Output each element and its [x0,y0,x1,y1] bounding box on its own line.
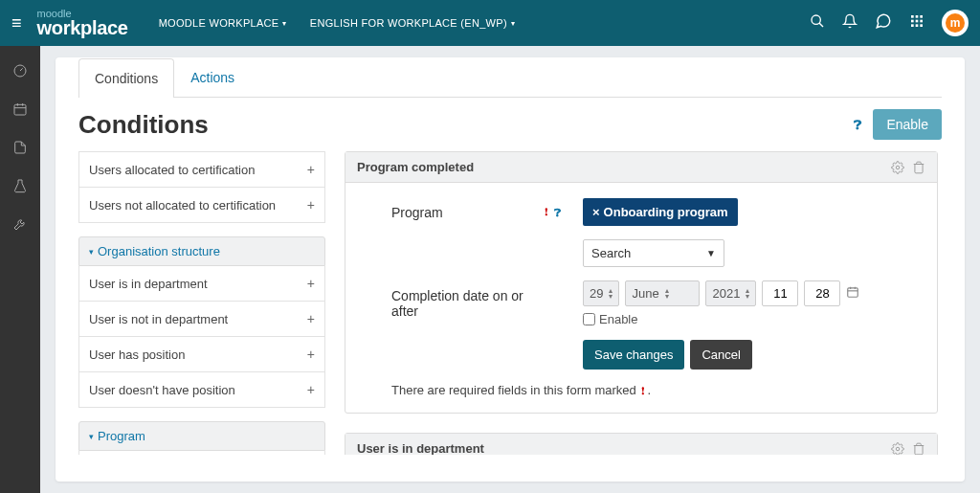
cond-user-in-dept[interactable]: User is in department+ [78,266,325,302]
svg-line-1 [819,23,823,27]
add-icon: + [307,347,315,362]
chevron-down-icon: ▼ [706,248,716,258]
date-enable-checkbox[interactable] [583,313,595,325]
help-icon[interactable]: ❓︎ [854,117,861,133]
sidebar-item-file[interactable] [0,130,40,165]
help-icon[interactable]: ❓︎ [554,206,561,219]
svg-point-16 [896,166,900,169]
hour-input[interactable] [762,280,798,306]
sidebar-item-speedometer[interactable] [0,54,40,88]
svg-rect-8 [911,24,914,27]
apps-icon[interactable] [909,13,924,33]
month-select[interactable]: June▴▾ [625,280,700,306]
tab-conditions[interactable]: Conditions [78,58,174,98]
svg-point-21 [896,447,900,451]
cond-users-allocated-cert[interactable]: Users allocated to certification+ [78,151,325,188]
trash-icon[interactable] [912,161,925,174]
program-block-title: Program completed [357,160,474,174]
cond-user-no-position[interactable]: User doesn't have position+ [78,372,325,408]
trash-icon[interactable] [912,442,925,456]
sidebar [0,46,40,493]
svg-rect-9 [916,24,919,27]
cond-users-not-allocated-cert[interactable]: Users not allocated to certification+ [78,188,325,223]
cond-user-not-in-dept[interactable]: User is not in department+ [78,302,325,337]
svg-rect-7 [920,20,923,23]
sidebar-item-tools[interactable] [0,207,40,241]
settings-icon[interactable] [891,442,904,456]
svg-rect-6 [916,20,919,23]
program-label: Program [391,205,545,220]
svg-rect-2 [911,15,914,18]
group-org-structure[interactable]: Organisation structure [78,236,325,266]
nav-english-workplace[interactable]: ENGLISH FOR WORKPLACE (EN_WP) [310,17,515,29]
user-in-dept-block: User is in department Department ❗︎ [345,433,938,455]
completion-date-label: Completion date on or after [391,288,545,319]
program-completed-block: Program completed Program ❗︎❓︎ [345,151,938,414]
day-select[interactable]: 29▴▾ [583,280,619,306]
nav-moodle-workplace[interactable]: MOODLE WORKPLACE [159,17,287,29]
add-icon: + [307,311,315,326]
minute-input[interactable] [804,280,840,306]
svg-rect-10 [920,24,923,27]
cancel-button[interactable]: Cancel [690,340,751,370]
svg-rect-3 [916,15,919,18]
svg-point-0 [812,15,820,24]
required-note: There are required fields in this form m… [391,383,914,397]
add-icon: + [307,382,315,397]
search-icon[interactable] [810,13,825,33]
avatar[interactable]: m [942,10,969,36]
settings-icon[interactable] [891,161,904,174]
required-icon: ❗︎ [545,206,548,218]
program-search-dropdown[interactable]: Search▼ [583,239,724,267]
save-button[interactable]: Save changes [583,340,684,370]
logo[interactable]: moodle workplace [37,10,128,36]
calendar-icon[interactable] [846,285,859,302]
svg-rect-5 [911,20,914,23]
cond-user-has-position[interactable]: User has position+ [78,337,325,372]
year-select[interactable]: 2021▴▾ [705,280,756,306]
date-enable-row[interactable]: Enable [583,312,637,326]
program-chip[interactable]: ×Onboarding program [583,198,738,226]
bell-icon[interactable] [842,13,858,33]
add-icon: + [307,197,315,213]
tab-actions[interactable]: Actions [174,57,251,97]
svg-rect-17 [848,288,858,297]
hamburger-icon[interactable]: ≡ [11,13,22,34]
page-title: Conditions [78,110,209,140]
sidebar-item-calendar[interactable] [0,92,40,126]
cond-program-completed[interactable]: Program completed+ [78,451,325,455]
remove-chip-icon: × [592,205,600,219]
chat-icon[interactable] [875,12,892,34]
add-icon: + [307,162,315,177]
group-program[interactable]: Program [78,421,325,451]
svg-rect-12 [14,104,26,115]
sidebar-item-flask[interactable] [0,168,40,203]
logo-large-text: workplace [37,19,128,36]
enable-button[interactable]: Enable [873,109,942,140]
dept-block-title: User is in department [357,441,484,455]
svg-rect-4 [920,15,923,18]
tabs: Conditions Actions [78,57,942,98]
add-icon: + [307,276,315,291]
conditions-list: Users allocated to certification+ Users … [78,151,325,455]
